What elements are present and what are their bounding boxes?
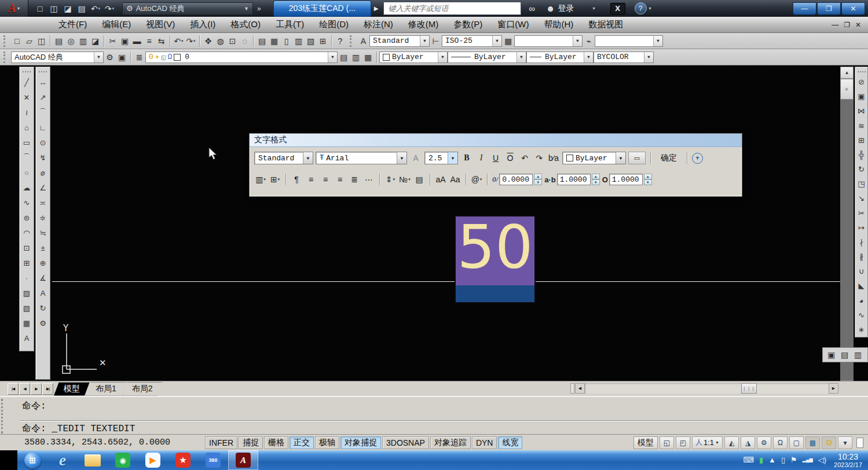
search-icon[interactable]: ∞ — [526, 2, 539, 15]
ok-button[interactable]: 确定 — [655, 152, 682, 164]
tab-模型[interactable]: 模型 — [54, 382, 90, 396]
multiline-text-icon[interactable]: A — [21, 331, 32, 346]
gradient-icon[interactable]: ▧ — [21, 300, 32, 315]
hatch-icon[interactable]: ▨ — [21, 285, 32, 300]
paste-icon[interactable]: ▬ — [131, 35, 143, 47]
linetype-dropdown[interactable]: ByLayer ▼ — [448, 52, 526, 63]
align-center-icon[interactable]: ≡ — [319, 173, 332, 186]
mtext-value[interactable]: 50 — [456, 212, 534, 282]
workspace-switching-icon[interactable]: ⚙ — [757, 436, 771, 449]
user-icon[interactable]: ☻ — [544, 2, 557, 15]
lowercase-icon[interactable]: Aa — [449, 173, 462, 186]
markup-manager-icon[interactable]: ▧ — [305, 35, 317, 47]
zoom-window-icon[interactable]: ⊡ — [226, 35, 239, 47]
offset-icon[interactable]: ≋ — [856, 119, 867, 133]
polyline-icon[interactable]: ≀ — [21, 105, 32, 120]
jogged-icon[interactable]: ↯ — [37, 150, 49, 165]
menu-item-7[interactable]: 标注(N) — [356, 19, 401, 30]
underline-icon[interactable]: U — [489, 152, 502, 164]
close-button[interactable]: ✕ — [841, 2, 865, 15]
move-icon[interactable]: ╬ — [856, 148, 867, 162]
table-style-icon[interactable]: ▦ — [502, 35, 514, 47]
plot-preview-icon[interactable]: ◎ — [65, 35, 77, 47]
text-style-dropdown[interactable]: Standard▼ — [369, 35, 430, 47]
mdi-close-icon[interactable]: ✕ — [855, 21, 861, 29]
menu-item-6[interactable]: 绘图(D) — [312, 19, 356, 30]
mdi-minimize-icon[interactable]: — — [832, 21, 838, 29]
network-icon[interactable]: ▂▄▆ — [803, 456, 813, 464]
extend-icon[interactable]: ↦ — [856, 221, 867, 235]
lineweight-dropdown[interactable]: ByLayer ▼ — [526, 52, 594, 63]
linear-dimension-icon[interactable]: ↔ — [37, 75, 49, 90]
angular-icon[interactable]: ∠ — [37, 180, 49, 195]
app-menu-button[interactable]: A ▾ — [0, 0, 28, 17]
insert-block-icon[interactable]: ⊡ — [21, 240, 32, 255]
start-icon[interactable]: ⊞ — [17, 450, 47, 470]
minimize-button[interactable]: — — [793, 2, 816, 15]
drawing-quickview-icon[interactable]: ◰ — [676, 436, 690, 449]
erase-icon[interactable]: ⊘ — [856, 75, 867, 89]
bold-icon[interactable]: B — [460, 152, 473, 164]
open-file-icon[interactable]: ▱ — [23, 35, 35, 47]
width-factor-spinner[interactable]: ▲▼ — [644, 174, 652, 185]
tab-布局1[interactable]: 布局1 — [86, 382, 126, 396]
plot-icon[interactable]: ▤ — [53, 35, 65, 47]
line-spacing-icon[interactable]: ⇕ — [384, 173, 397, 186]
status-toggle-7[interactable]: 对象追踪 — [430, 436, 471, 449]
continue-icon[interactable]: ≒ — [37, 225, 49, 240]
justify-icon[interactable]: ≣ — [348, 173, 361, 186]
tab-nav-0-icon[interactable]: |◀ — [8, 383, 19, 395]
title-expand-icon[interactable]: ▶ — [374, 5, 379, 12]
vertical-scrollbar[interactable]: ▲ ≡ ▼ — [840, 67, 854, 381]
model-space-button[interactable]: 模型 — [633, 436, 658, 449]
toolbar-grip[interactable] — [3, 35, 8, 47]
properties-palette-icon[interactable]: ▤ — [256, 35, 268, 47]
menu-item-12[interactable]: 数据视图 — [581, 19, 631, 30]
tencent-video-icon[interactable]: ▶ — [138, 450, 168, 470]
design-center-icon[interactable]: ▦ — [268, 35, 280, 47]
workspace-combo[interactable]: AutoCAD 经典 ▼ — [11, 52, 104, 63]
show-hidden-icon[interactable]: ▲ — [768, 456, 776, 464]
chevron-down-icon[interactable]: ▾ — [649, 6, 651, 11]
table-style-dropdown[interactable]: ▼ — [514, 35, 583, 47]
tab-布局2[interactable]: 布局2 — [122, 382, 163, 396]
chevron-down-icon[interactable]: ▾ — [593, 6, 595, 11]
layer-isolate-icon[interactable]: ▦ — [362, 51, 374, 64]
status-bar-menu-icon[interactable]: ▾ — [838, 436, 852, 449]
scroll-up-icon[interactable]: ▲ — [840, 67, 854, 79]
copy-object-icon[interactable]: ▣ — [856, 89, 867, 104]
spline-icon[interactable]: ∿ — [21, 195, 32, 210]
dimension-edit-icon[interactable]: ∡ — [37, 270, 49, 285]
fillet-icon[interactable]: ◕ — [856, 293, 867, 308]
tab-nav-1-icon[interactable]: ◀ — [19, 383, 30, 395]
layout-quickview-icon[interactable]: ◱ — [660, 436, 674, 449]
ordinate-icon[interactable]: ∟ — [37, 120, 49, 135]
multileader-style-dropdown[interactable]: ▼ — [595, 35, 663, 47]
redo-icon[interactable]: ↷ — [104, 3, 115, 14]
distribute-icon[interactable]: ⋯ — [362, 173, 375, 186]
restore-button[interactable]: ❐ — [817, 2, 841, 15]
stretch-icon[interactable]: ↘ — [856, 191, 867, 205]
sheet-set-manager-icon[interactable]: ▥ — [292, 35, 305, 47]
pan-icon[interactable]: ✥ — [202, 35, 214, 47]
menu-item-5[interactable]: 工具(T) — [268, 19, 312, 30]
zoom-previous-icon[interactable]: ◌ — [239, 35, 251, 47]
undo-icon[interactable]: ↶ — [90, 3, 101, 14]
dlg-redo-icon[interactable]: ↷ — [533, 152, 545, 164]
mtext-edit-box[interactable]: 50 — [455, 215, 536, 303]
oblique-spinner[interactable]: ▲▼ — [534, 174, 542, 185]
taskbar-clock[interactable]: 10:23 2023/2/17 — [834, 452, 862, 469]
hardware-acceleration-icon[interactable]: ▩ — [805, 436, 820, 449]
redo-icon[interactable]: ↷ — [185, 35, 197, 47]
toolbar-overflow-icon[interactable]: » — [257, 5, 261, 13]
revision-cloud-icon[interactable]: ☁ — [21, 180, 32, 195]
layer-unlock-icon[interactable]: Ω — [167, 53, 172, 61]
block-editor-icon[interactable]: ⇆ — [155, 35, 167, 47]
menu-item-10[interactable]: 窗口(W) — [490, 19, 536, 30]
clean-screen-button[interactable] — [856, 438, 863, 448]
undo-icon[interactable]: ↶ — [173, 35, 185, 47]
help-icon[interactable]: ? — [334, 35, 346, 47]
dialog-height-dropdown[interactable]: 2.5▼ — [424, 152, 458, 164]
dimension-style-icon[interactable]: ⚙ — [37, 315, 49, 331]
horizontal-scroll-thumb[interactable]: ❘❘❘ — [741, 383, 757, 394]
